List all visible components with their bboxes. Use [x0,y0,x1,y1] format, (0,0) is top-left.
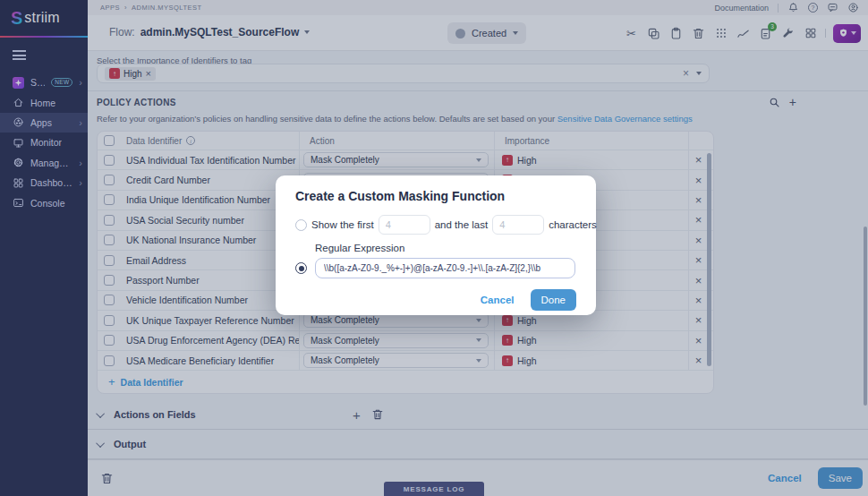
custom-masking-modal: Create a Custom Masking Function Show th… [276,175,596,315]
show-first-last-option: Show the first and the last characters [295,215,576,235]
regex-label: Regular Expression [315,243,575,253]
regex-input[interactable] [315,258,575,278]
regex-radio[interactable] [295,262,307,274]
last-chars-input[interactable] [492,215,544,235]
modal-title: Create a Custom Masking Function [295,189,576,203]
modal-done-button[interactable]: Done [531,289,577,311]
regex-option: Regular Expression [295,243,576,278]
first-chars-input[interactable] [379,215,430,235]
show-first-last-radio[interactable] [295,219,307,231]
modal-cancel-button[interactable]: Cancel [481,295,515,305]
